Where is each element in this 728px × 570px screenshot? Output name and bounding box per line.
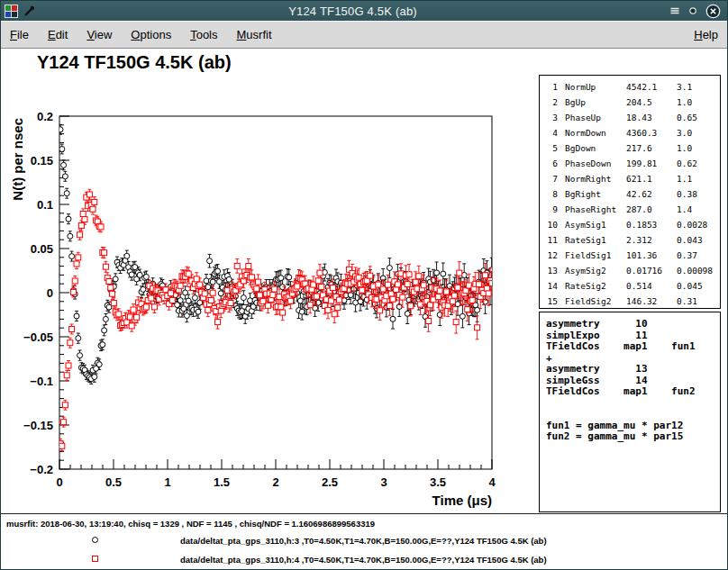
data-point — [186, 298, 191, 303]
data-point — [332, 312, 337, 317]
data-point — [64, 191, 69, 196]
data-point — [272, 286, 278, 292]
data-point — [129, 323, 134, 329]
data-point — [348, 293, 353, 298]
menu-file[interactable]: File — [10, 28, 29, 41]
legend-text: data/deltat_pta_gps_3110,h:4 ,T0=4.50K,T… — [180, 555, 547, 565]
param-row: 15FieldSig2146.320.31 — [545, 294, 718, 309]
data-point — [72, 278, 77, 284]
x-tick-label: 4 — [488, 475, 496, 489]
data-point — [80, 212, 86, 217]
data-point — [141, 286, 146, 292]
data-point — [451, 293, 457, 298]
data-point — [76, 255, 81, 260]
x-tick-label: 0.5 — [105, 475, 122, 489]
theory-line: asymmetry 10 — [546, 319, 716, 330]
data-point — [390, 316, 396, 321]
param-row: 8BgRight42.620.38 — [545, 186, 718, 202]
plot[interactable]: 00.511.522.533.54−0.2−0.15−0.1−0.0500.05… — [1, 49, 541, 513]
x-tick-label: 1 — [164, 475, 170, 489]
data-point — [483, 273, 488, 278]
data-point — [335, 305, 341, 311]
menu-tools[interactable]: Tools — [190, 28, 217, 41]
data-point — [443, 289, 449, 294]
close-button[interactable] — [705, 4, 721, 19]
legend-row: data/deltat_pta_gps_3110,h:3 ,T0=4.50K,T… — [1, 536, 727, 548]
data-point — [330, 285, 335, 291]
data-point — [460, 313, 465, 319]
data-point — [317, 270, 323, 276]
x-tick-label: 0 — [56, 475, 62, 489]
theory-line: asymmetry 13 — [546, 364, 716, 375]
app-icon — [5, 5, 18, 18]
titlebar[interactable]: Y124 TF150G 4.5K (ab) — [1, 1, 727, 21]
legend-square-marker-icon — [92, 556, 98, 562]
x-axis-title: Time (μs) — [432, 493, 492, 508]
data-point — [475, 325, 480, 330]
data-point — [98, 224, 104, 230]
data-point — [151, 304, 157, 310]
theory-line — [546, 409, 716, 421]
data-point — [181, 306, 187, 312]
data-point — [177, 283, 183, 288]
x-tick-label: 3 — [380, 475, 387, 489]
data-point — [450, 299, 456, 304]
data-point — [70, 289, 76, 294]
data-point — [58, 127, 63, 132]
menu-options[interactable]: Options — [131, 28, 171, 41]
y-tick-label: −0.05 — [23, 330, 53, 344]
data-point — [427, 303, 432, 308]
data-point — [77, 353, 83, 358]
data-point — [66, 363, 71, 368]
y-tick-label: −0.2 — [30, 463, 53, 476]
data-point — [210, 290, 215, 295]
data-point — [463, 288, 469, 294]
data-point — [408, 303, 414, 309]
param-row: 3PhaseUp18.430.65 — [545, 110, 718, 125]
data-point — [215, 268, 221, 274]
data-point — [469, 297, 475, 303]
data-point — [106, 279, 112, 285]
data-point — [278, 276, 284, 281]
data-point — [434, 270, 440, 276]
x-tick-label: 3.5 — [430, 475, 446, 489]
data-point — [405, 311, 410, 316]
data-point — [215, 320, 221, 325]
window-menu-icon[interactable] — [669, 5, 680, 16]
canvas-area: Y124 TF150G 4.5K (ab) 00.511.522.533.54−… — [1, 49, 727, 569]
data-point — [210, 279, 215, 285]
param-row: 1NormUp4542.13.1 — [545, 79, 718, 95]
data-point — [183, 290, 188, 295]
data-point — [62, 403, 68, 408]
data-point — [143, 274, 149, 279]
y-tick-label: 0.15 — [31, 154, 53, 167]
legend-row: data/deltat_pta_gps_3110,h:4 ,T0=4.50K,T… — [1, 555, 727, 567]
theory-line: TFieldCos map1 fun2 — [546, 386, 716, 398]
data-point — [110, 291, 115, 296]
series-h4 — [58, 189, 495, 450]
data-point — [207, 258, 213, 264]
data-point — [254, 286, 259, 292]
data-point — [100, 342, 105, 348]
data-point — [435, 294, 441, 300]
x-tick-label: 2 — [272, 475, 278, 489]
data-point — [77, 232, 83, 238]
menu-musrfit[interactable]: Musrfit — [237, 28, 272, 41]
data-point — [92, 199, 97, 204]
data-point — [246, 264, 251, 269]
y-tick-label: 0.1 — [37, 198, 53, 212]
data-point — [257, 293, 262, 298]
data-point — [69, 327, 75, 332]
data-point — [82, 217, 87, 222]
data-point — [131, 307, 136, 312]
menu-edit[interactable]: Edit — [48, 28, 68, 41]
data-point — [476, 282, 481, 287]
data-point — [249, 275, 254, 280]
data-point — [241, 295, 246, 301]
data-point — [205, 307, 211, 312]
series-h3 — [58, 124, 495, 384]
menu-view[interactable]: View — [86, 28, 112, 41]
menu-help[interactable]: Help — [694, 28, 718, 41]
maximize-button[interactable] — [687, 5, 698, 16]
data-point — [453, 320, 459, 325]
